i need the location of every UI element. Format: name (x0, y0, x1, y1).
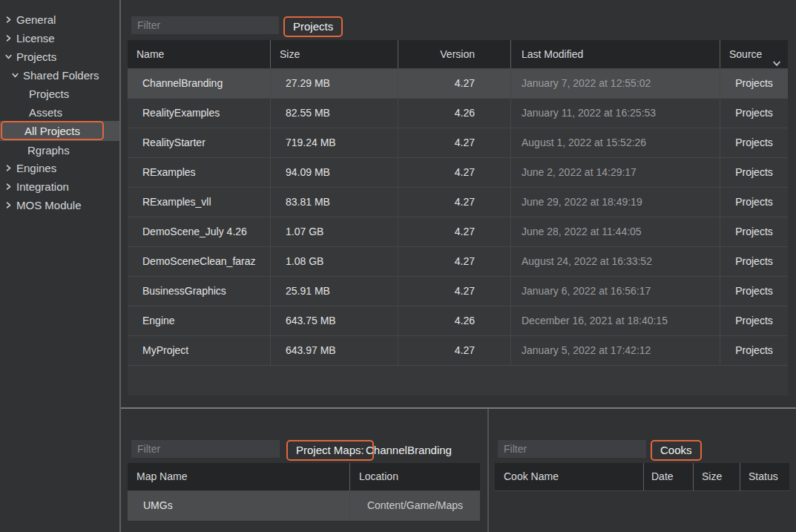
cell-version: 4.27 (398, 69, 511, 98)
chevron-right-icon[interactable] (4, 16, 13, 24)
cooks-filter-input[interactable] (498, 440, 646, 458)
table-row[interactable]: RExamples 94.09 MB 4.27 June 2, 2022 at … (128, 158, 788, 188)
cell-version: 4.26 (398, 99, 511, 128)
sidebar-item-assets[interactable]: Assets (0, 103, 119, 122)
cell-version: 4.27 (398, 336, 511, 365)
chevron-down-icon[interactable] (11, 71, 19, 79)
sidebar-item-label: Shared Folders (23, 66, 99, 85)
cell-size: 25.91 MB (271, 277, 398, 306)
chevron-right-icon[interactable] (4, 201, 13, 209)
cell-source: Projects (720, 217, 788, 246)
cell-name: RExamples (128, 158, 271, 187)
cell-location: Content/Game/Maps (350, 491, 480, 520)
sidebar-item-integration[interactable]: Integration (0, 177, 119, 196)
chevron-down-icon[interactable] (4, 53, 13, 61)
maps-filter-input[interactable] (131, 440, 280, 458)
cell-name: Engine (128, 306, 271, 335)
cell-source: Projects (720, 99, 788, 128)
table-row[interactable]: DemoScene_July 4.26 1.07 GB 4.27 June 28… (128, 217, 788, 247)
column-header-location[interactable]: Location (350, 463, 480, 490)
cell-name: DemoScene_July 4.26 (128, 217, 271, 246)
column-header-source[interactable]: Source (720, 40, 788, 68)
cell-last-modified: June 29, 2022 at 18:49:19 (511, 188, 720, 217)
projects-filter-input[interactable] (131, 16, 279, 34)
table-row[interactable]: DemoSceneClean_faraz 1.08 GB 4.27 August… (128, 247, 788, 277)
cell-last-modified: January 6, 2022 at 16:56:17 (511, 277, 720, 306)
cooks-table: Cook Name Date Size Status (495, 463, 789, 491)
table-row[interactable]: MyProject 643.97 MB 4.27 January 5, 2022… (128, 336, 788, 366)
cell-name: RExamples_vll (128, 188, 271, 217)
table-row[interactable]: RealityExamples 82.55 MB 4.26 January 11… (128, 99, 788, 128)
cell-name: BusinessGraphics (128, 277, 271, 306)
table-row[interactable]: ChannelBranding 27.29 MB 4.27 January 7,… (128, 69, 788, 99)
sidebar-item-label: Rgraphs (27, 141, 70, 160)
cell-source: Projects (720, 69, 788, 98)
project-maps-table: Map Name Location UMGs Content/Game/Maps (128, 463, 480, 521)
cell-source: Projects (720, 336, 788, 365)
project-maps-button[interactable]: Project Maps: (286, 440, 374, 461)
sidebar-item-mos-module[interactable]: MOS Module (0, 196, 119, 214)
cell-name: RealityStarter (128, 128, 271, 157)
sidebar-item-label: Engines (16, 159, 56, 177)
cell-source: Projects (720, 128, 788, 157)
column-header-size[interactable]: Size (694, 463, 740, 490)
cell-name: RealityExamples (128, 99, 271, 128)
column-header-version[interactable]: Version (398, 40, 511, 68)
cell-version: 4.27 (398, 247, 511, 276)
column-header-date[interactable]: Date (644, 463, 694, 490)
cell-size: 643.97 MB (271, 336, 398, 365)
sidebar-item-label: Projects (29, 85, 69, 103)
cell-version: 4.27 (398, 277, 511, 306)
chevron-right-icon[interactable] (4, 164, 13, 172)
sidebar-item-projects-sub[interactable]: Projects (0, 85, 119, 103)
column-header-status[interactable]: Status (740, 463, 789, 490)
vertical-splitter[interactable] (487, 409, 489, 532)
sidebar-item-projects[interactable]: Projects (0, 47, 119, 66)
table-row[interactable]: Engine 643.75 MB 4.26 December 16, 2021 … (128, 306, 788, 336)
table-row[interactable]: RealityStarter 719.24 MB 4.27 August 1, … (128, 128, 788, 158)
sidebar-item-label: Integration (16, 177, 69, 196)
sidebar-item-label: License (16, 29, 55, 47)
column-header-source-label: Source (729, 48, 762, 60)
sidebar-item-label: General (16, 10, 56, 29)
sidebar-item-label: MOS Module (16, 196, 82, 214)
table-row[interactable]: RExamples_vll 83.81 MB 4.27 June 29, 202… (128, 188, 788, 217)
column-header-last-modified[interactable]: Last Modified (511, 40, 720, 68)
table-row[interactable]: UMGs Content/Game/Maps (128, 491, 480, 521)
cell-version: 4.27 (398, 158, 511, 187)
projects-button[interactable]: Projects (283, 16, 343, 37)
cell-size: 1.07 GB (271, 217, 398, 246)
cell-source: Projects (720, 306, 788, 335)
cell-size: 94.09 MB (271, 158, 398, 187)
maps-table-header: Map Name Location (128, 463, 480, 491)
sidebar-item-license[interactable]: License (0, 29, 119, 47)
sidebar-item-rgraphs[interactable]: Rgraphs (0, 141, 119, 160)
sidebar-item-all-projects[interactable]: All Projects (0, 121, 119, 141)
cell-last-modified: December 16, 2021 at 18:40:15 (511, 306, 720, 335)
cell-source: Projects (720, 247, 788, 276)
cell-source: Projects (720, 158, 788, 187)
projects-table-header: Name Size Version Last Modified Source (128, 40, 788, 69)
chevron-right-icon[interactable] (4, 183, 13, 191)
selected-project-label: ChannelBranding (366, 440, 452, 461)
cell-last-modified: January 7, 2022 at 12:55:02 (511, 69, 720, 98)
column-header-map-name[interactable]: Map Name (128, 463, 350, 490)
column-header-size[interactable]: Size (271, 40, 398, 68)
column-header-name[interactable]: Name (128, 40, 271, 68)
sidebar-item-shared-folders[interactable]: Shared Folders (0, 66, 119, 85)
horizontal-splitter[interactable] (121, 407, 796, 409)
cell-version: 4.27 (398, 217, 511, 246)
sidebar-item-general[interactable]: General (0, 10, 119, 29)
projects-table: Name Size Version Last Modified Source C… (128, 40, 788, 395)
cell-size: 27.29 MB (271, 69, 398, 98)
table-row[interactable]: BusinessGraphics 25.91 MB 4.27 January 6… (128, 277, 788, 306)
sidebar-divider (119, 0, 121, 532)
cell-name: ChannelBranding (128, 69, 271, 98)
column-header-cook-name[interactable]: Cook Name (495, 463, 644, 490)
cell-size: 82.55 MB (271, 99, 398, 128)
chevron-down-icon[interactable] (772, 50, 781, 59)
chevron-right-icon[interactable] (4, 34, 13, 42)
cell-last-modified: January 5, 2022 at 17:42:12 (511, 336, 720, 365)
sidebar-item-engines[interactable]: Engines (0, 159, 119, 177)
cooks-button[interactable]: Cooks (651, 440, 702, 461)
